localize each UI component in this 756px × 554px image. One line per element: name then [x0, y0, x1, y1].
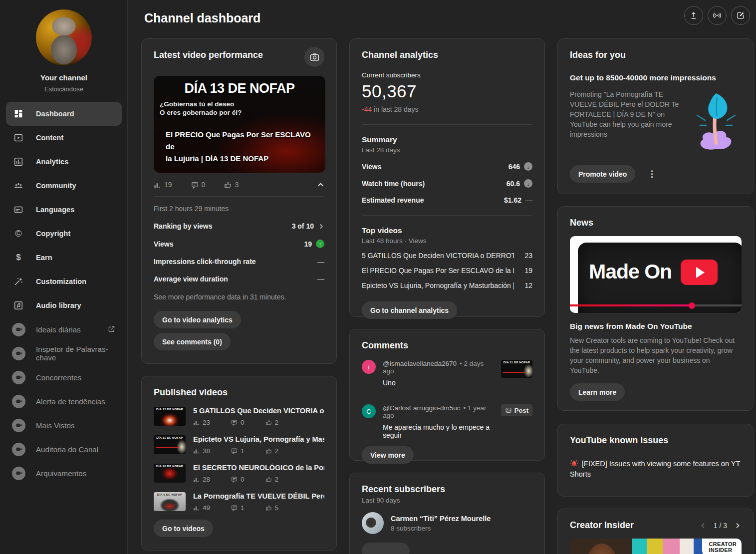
sidebar-item-concorrentes[interactable]: Concorrentes [0, 365, 128, 389]
card-title: Comments [362, 340, 532, 351]
learn-more-button[interactable]: Learn more [570, 383, 625, 401]
commenter-avatar[interactable]: i [362, 360, 376, 374]
card-title: Ideas for you [570, 50, 741, 60]
kebab-menu-icon[interactable]: ⋮ [647, 169, 656, 179]
top-video-row[interactable]: 5 GATILLOS Que Deciden VICTORIA o DERROT… [362, 252, 532, 260]
known-issues-card: YouTube known issues [FIXED] Issues with… [557, 424, 754, 497]
see-comments-button[interactable]: See comments (0) [154, 333, 231, 350]
views-count: 19 [164, 181, 172, 189]
sidebar-item-content[interactable]: Content [0, 126, 128, 150]
top-actions [684, 6, 750, 25]
sidebar-item-alerta-de-tendencias[interactable]: Alerta de tendências [0, 389, 128, 413]
creator-insider-image[interactable]: CREATOR INSIDER [570, 539, 742, 554]
chevron-left-icon[interactable] [700, 522, 707, 529]
top-video-row[interactable]: Epicteto VS Lujuria, Pornografía y Mastu… [362, 281, 532, 289]
go-to-video-analytics-button[interactable]: Go to video analytics [154, 311, 241, 328]
edit-thumbnail-button[interactable] [304, 47, 324, 67]
post-badge[interactable]: Post [501, 404, 532, 416]
sidebar-item-mais-vistos[interactable]: Mais Vistos [0, 413, 128, 437]
go-to-videos-button[interactable]: Go to videos [154, 520, 213, 537]
comment-text: Me aparecia mucho y lo empece a seguir [383, 423, 496, 439]
promote-video-button[interactable]: Promote video [570, 165, 635, 183]
subscribers-period: Last 90 days [362, 497, 532, 504]
create-post-button[interactable] [731, 6, 750, 25]
sidebar-item-label: Languages [36, 206, 74, 214]
sidebar-item-copyright[interactable]: © Copyright [0, 222, 128, 246]
analytics-icon [12, 156, 24, 168]
news-card: News Made On Big news from Made On YouTu… [557, 206, 754, 411]
see-all-subscribers-button[interactable] [362, 543, 410, 554]
sidebar-item-earn[interactable]: $ Earn [0, 246, 128, 270]
published-video-row[interactable]: DÍA 11 DE NOFAP Epicteto VS Lujuria, Por… [154, 435, 324, 455]
page-indicator: 1 / 3 [714, 522, 727, 530]
sidebar-item-label: Customization [36, 277, 86, 285]
sidebar-item-label: Dashboard [36, 110, 74, 118]
sidebar-item-arquivamentos[interactable]: Arquivamentos [0, 461, 128, 485]
thumbs-up-icon [265, 419, 272, 426]
summary-row-watch-time: Watch time (hours) 60.6 ↓ [362, 179, 532, 188]
card-title: Published videos [154, 387, 324, 398]
vidiq-icon [12, 323, 25, 336]
upload-video-button[interactable] [684, 6, 703, 25]
comment-header[interactable]: @ismaelavellaneda2670• 2 days ago [383, 360, 496, 375]
subscriber-row[interactable]: Carmen “Titi” Pérez Mourelle 8 subscribe… [362, 512, 532, 534]
image-icon [505, 407, 512, 414]
view-more-comments-button[interactable]: View more [362, 446, 414, 464]
sidebar-item-label: Content [36, 134, 63, 142]
card-title: Latest video performance [154, 50, 263, 60]
comment-video-thumbnail[interactable]: DÍA 11 DE NOFAP [501, 360, 532, 387]
published-video-row[interactable]: DÍA 10 DE NOFAP El SECRETO NEUROLÓGICO d… [154, 464, 324, 483]
sprout-illustration [691, 89, 741, 154]
published-video-row[interactable]: DÍA 12 DE NOFAP 5 GATILLOS Que Deciden V… [154, 407, 324, 426]
news-image[interactable]: Made On [570, 236, 742, 313]
comment-header[interactable]: @CarlosFarruggio-dm5uc• 1 year ago [383, 404, 496, 419]
sidebar-item-community[interactable]: Community [0, 174, 128, 198]
vidiq-icon [12, 371, 25, 384]
top-videos-title: Top videos [362, 226, 532, 235]
sidebar-item-analytics[interactable]: Analytics [0, 150, 128, 174]
youtube-studio-app: Your channel Estoicándose Dashboard Cont… [0, 0, 756, 554]
collapse-chevron-icon[interactable] [317, 181, 324, 189]
ideas-heading: Get up to 8500-40000 more impressions [570, 73, 741, 82]
views-icon [193, 505, 200, 511]
card-title: YouTube known issues [570, 435, 741, 446]
first-hours-label: First 2 hours 29 minutes [154, 205, 324, 213]
sidebar-item-customization[interactable]: Customization [0, 270, 128, 293]
your-channel-label: Your channel [0, 73, 128, 82]
creator-insider-badge: CREATOR INSIDER [702, 539, 742, 554]
sidebar-item-languages[interactable]: Languages [0, 198, 128, 222]
sidebar-item-dashboard[interactable]: Dashboard [6, 102, 122, 126]
published-video-row[interactable]: DÍA 9 DE NOFAP La Pornografía TE VUELVE … [154, 492, 324, 512]
carousel-pager: 1 / 3 [700, 522, 741, 530]
thumbs-up-icon [265, 505, 272, 511]
summary-row-views: Views 646 ↓ [362, 162, 532, 171]
sidebar-item-label: Alerta de tendências [36, 397, 105, 406]
go-to-channel-analytics-button[interactable]: Go to channel analytics [362, 301, 457, 319]
commenter-avatar[interactable]: C [362, 404, 376, 418]
thumbnail-video-title: El PRECIO Que Pagas Por Ser ESCLAVO de l… [166, 129, 320, 165]
sidebar-item-label: Arquivamentos [36, 469, 86, 478]
latest-video-thumbnail[interactable]: DÍA 13 DE NOFAP ¿Gobiernas tú el deseo O… [154, 76, 325, 173]
sidebar-item-inspetor-de-palavras-chave[interactable]: Inspetor de Palavras-chave [0, 341, 128, 365]
chevron-right-icon[interactable] [734, 522, 741, 529]
sidebar-item-auditoria-do-canal[interactable]: Auditoria do Canal [0, 437, 128, 461]
latest-video-performance-card: Latest video performance DÍA 13 DE NOFAP… [141, 38, 337, 364]
video-thumbnail: DÍA 11 DE NOFAP [154, 435, 186, 454]
youtube-logo [681, 260, 718, 285]
thumbs-up-icon [265, 476, 272, 483]
channel-avatar[interactable] [36, 9, 92, 65]
top-video-row[interactable]: El PRECIO Que Pagas Por Ser ESCLAVO de l… [362, 267, 532, 275]
known-issue-item[interactable]: [FIXED] Issues with viewing some feature… [570, 459, 741, 480]
likes-count: 3 [235, 181, 239, 189]
sidebar-item-audio-library[interactable]: Audio library [0, 293, 128, 317]
go-live-button[interactable] [708, 6, 727, 25]
chevron-right-icon [318, 223, 324, 230]
video-title: La Pornografía TE VUELVE DÉBIL Pero el D… [193, 492, 324, 500]
trend-down-icon: ↓ [524, 179, 532, 188]
news-headline: Big news from Made On YouTube [570, 322, 741, 331]
metric-row-ctr: Impressions click-through rate — [154, 258, 324, 266]
sidebar-item-ideais-diarias[interactable]: Ideais diárias [0, 317, 128, 341]
video-thumbnail: DÍA 12 DE NOFAP [154, 407, 186, 426]
metric-row-ranking[interactable]: Ranking by views 3 of 10 [154, 222, 324, 230]
comment-text: Uno [383, 379, 496, 387]
